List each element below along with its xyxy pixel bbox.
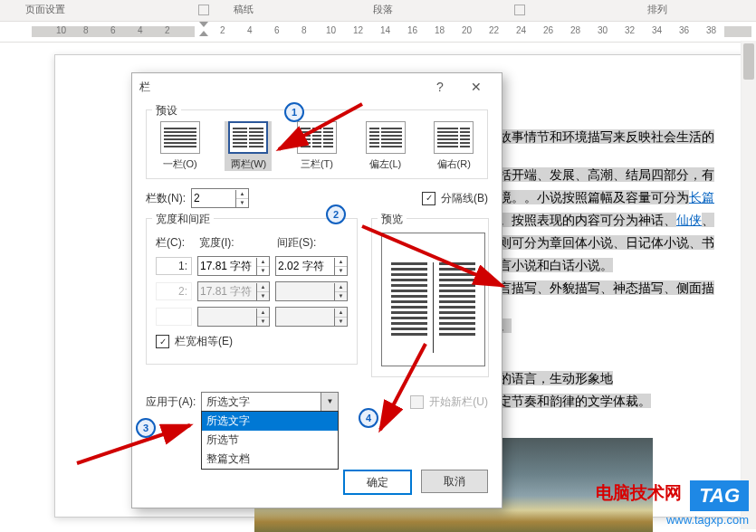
width-input-2: ▲▼: [197, 281, 270, 301]
annotation-badge-4: 4: [359, 408, 378, 428]
spacing-header: 间距(S):: [277, 235, 316, 251]
doc-line[interactable]: 故事情节和环境描写来反映社会生活的: [499, 129, 714, 144]
apply-option-whole-doc[interactable]: 整篇文档: [202, 450, 338, 469]
equal-width-checkbox[interactable]: [156, 335, 169, 348]
dialog-titlebar[interactable]: 栏 ? ✕: [132, 73, 502, 100]
preset-three[interactable]: 三栏(T): [293, 121, 340, 171]
col-index-1: 1:: [156, 257, 192, 275]
ok-button[interactable]: 确定: [343, 470, 412, 495]
width-legend: 宽度和间距: [152, 212, 214, 227]
watermark-text: 电脑技术网: [596, 483, 682, 502]
ribbon-group-paragraph: 段落: [373, 3, 393, 16]
watermark-tag: TAG: [690, 480, 749, 511]
chevron-down-icon[interactable]: ▼: [321, 393, 338, 411]
paragraph-launcher-icon[interactable]: [514, 5, 525, 15]
cancel-button[interactable]: 取消: [421, 470, 488, 493]
doc-line[interactable]: 言描写、外貌描写、神态描写、侧面描: [499, 280, 714, 295]
width-header: 宽度(I):: [199, 235, 272, 251]
annotation-badge-2: 2: [326, 204, 346, 224]
col-header: 栏(C):: [156, 235, 194, 251]
doc-line[interactable]: 言小说和白话小说。: [499, 258, 613, 272]
preset-group: 预设 一栏(O) 两栏(W) 三栏(T) 偏左(L): [146, 109, 488, 179]
horizontal-ruler[interactable]: 10 8 6 4 2 2 4 6 8 10 12 14 16 18 20 22 …: [0, 22, 756, 43]
col-index-2: 2:: [156, 282, 192, 300]
doc-line[interactable]: 定节奏和韵律的文学体裁。: [499, 394, 651, 408]
vertical-scrollbar[interactable]: [741, 41, 756, 529]
watermark-url: www.tagxp.com: [596, 513, 749, 527]
start-new-column-label: 开始新栏(U): [429, 394, 488, 410]
ribbon-group-arrange: 排列: [647, 3, 667, 16]
apply-option-selected-section[interactable]: 所选节: [202, 431, 338, 450]
doc-line[interactable]: 则可分为章回体小说、日记体小说、书: [499, 235, 714, 250]
preview-page-icon: [381, 233, 485, 366]
page-setup-launcher-icon[interactable]: [198, 5, 209, 15]
doc-line[interactable]: 。按照表现的内容可分为神话、: [499, 213, 676, 227]
preview-group: 预览: [371, 218, 489, 377]
width-spacing-group: 宽度和间距 栏(C): 宽度(I): 间距(S): 1: ▲▼ ▲▼ 2: ▲▼: [146, 218, 358, 365]
preview-legend: 预览: [378, 212, 407, 227]
close-button[interactable]: ✕: [458, 80, 494, 94]
apply-to-combo[interactable]: 所选文字 ▼ 所选文字 所选节 整篇文档: [201, 392, 339, 412]
ribbon-group-page-setup: 页面设置: [25, 3, 65, 16]
width-input-1[interactable]: ▲▼: [197, 256, 270, 276]
spacing-input-2: ▲▼: [275, 281, 348, 301]
apply-option-selected-text[interactable]: 所选文字: [202, 412, 338, 431]
doc-link[interactable]: 仙侠: [676, 213, 702, 227]
doc-line[interactable]: 的语言，生动形象地: [499, 371, 613, 385]
help-button[interactable]: ?: [422, 80, 458, 94]
preset-two[interactable]: 两栏(W): [225, 121, 272, 171]
preset-left[interactable]: 偏左(L): [362, 121, 409, 171]
doc-link[interactable]: 长篇: [689, 190, 714, 204]
annotation-badge-1: 1: [284, 102, 304, 122]
ribbon: 页面设置 稿纸 段落 排列: [0, 0, 756, 22]
apply-to-label: 应用于(A):: [146, 394, 196, 410]
preset-legend: 预设: [152, 103, 181, 119]
divider-label[interactable]: 分隔线(B): [441, 191, 488, 206]
width-input-3: ▲▼: [197, 307, 270, 327]
watermark: 电脑技术网 TAG www.tagxp.com: [596, 480, 749, 527]
preset-one[interactable]: 一栏(O): [157, 121, 204, 171]
spacing-input-3: ▲▼: [275, 307, 348, 327]
annotation-badge-3: 3: [136, 418, 156, 438]
ribbon-group-paper: 稿纸: [234, 3, 254, 16]
divider-checkbox[interactable]: [422, 192, 435, 205]
apply-to-dropdown: 所选文字 所选节 整篇文档: [201, 411, 339, 470]
start-new-column-checkbox: [410, 395, 424, 409]
equal-width-label[interactable]: 栏宽相等(E): [175, 334, 233, 349]
preset-right[interactable]: 偏右(R): [430, 121, 477, 171]
doc-line[interactable]: 境。。小说按照篇幅及容量可分为: [499, 190, 689, 204]
columns-count-label: 栏数(N):: [146, 191, 186, 206]
doc-line[interactable]: 括开端、发展、高潮、结局四部分，有: [499, 167, 714, 182]
columns-count-input[interactable]: ▲▼: [191, 188, 249, 208]
columns-dialog: 栏 ? ✕ 预设 一栏(O) 两栏(W) 三栏(T): [131, 72, 502, 508]
spacing-input-1[interactable]: ▲▼: [275, 256, 348, 276]
dialog-title: 栏: [139, 80, 422, 95]
